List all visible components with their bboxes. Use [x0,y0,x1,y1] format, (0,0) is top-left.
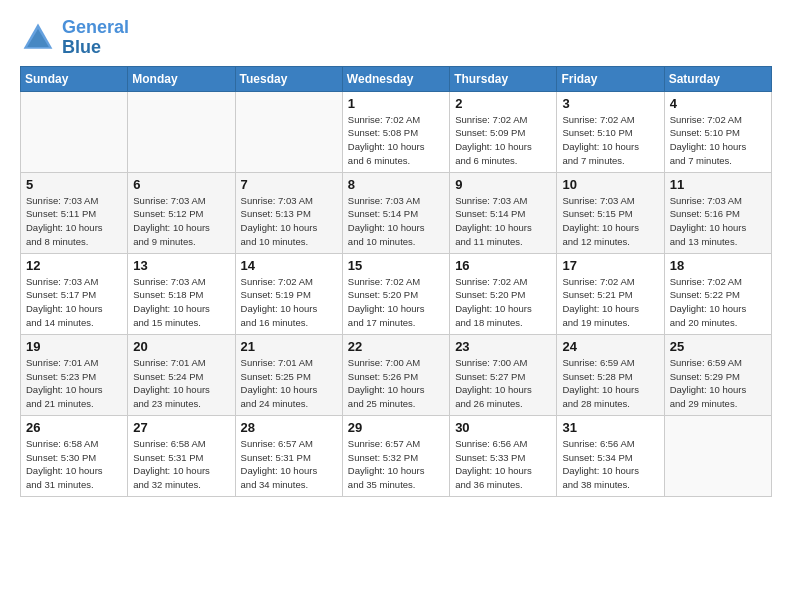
day-info: Sunrise: 7:03 AM Sunset: 5:14 PM Dayligh… [348,194,444,249]
day-cell: 25Sunrise: 6:59 AM Sunset: 5:29 PM Dayli… [664,334,771,415]
day-info: Sunrise: 7:02 AM Sunset: 5:19 PM Dayligh… [241,275,337,330]
day-info: Sunrise: 7:01 AM Sunset: 5:24 PM Dayligh… [133,356,229,411]
week-row-3: 12Sunrise: 7:03 AM Sunset: 5:17 PM Dayli… [21,253,772,334]
day-cell: 1Sunrise: 7:02 AM Sunset: 5:08 PM Daylig… [342,91,449,172]
header: General Blue [20,18,772,58]
day-cell: 28Sunrise: 6:57 AM Sunset: 5:31 PM Dayli… [235,415,342,496]
day-cell: 29Sunrise: 6:57 AM Sunset: 5:32 PM Dayli… [342,415,449,496]
day-info: Sunrise: 7:00 AM Sunset: 5:26 PM Dayligh… [348,356,444,411]
day-number: 7 [241,177,337,192]
day-info: Sunrise: 7:02 AM Sunset: 5:20 PM Dayligh… [455,275,551,330]
day-number: 3 [562,96,658,111]
logo: General Blue [20,18,129,58]
day-cell: 2Sunrise: 7:02 AM Sunset: 5:09 PM Daylig… [450,91,557,172]
day-number: 19 [26,339,122,354]
day-cell: 26Sunrise: 6:58 AM Sunset: 5:30 PM Dayli… [21,415,128,496]
day-info: Sunrise: 7:03 AM Sunset: 5:13 PM Dayligh… [241,194,337,249]
day-info: Sunrise: 7:02 AM Sunset: 5:10 PM Dayligh… [562,113,658,168]
day-info: Sunrise: 7:03 AM Sunset: 5:15 PM Dayligh… [562,194,658,249]
day-info: Sunrise: 7:03 AM Sunset: 5:16 PM Dayligh… [670,194,766,249]
day-number: 20 [133,339,229,354]
day-cell [21,91,128,172]
day-cell: 3Sunrise: 7:02 AM Sunset: 5:10 PM Daylig… [557,91,664,172]
page-container: General Blue SundayMondayTuesdayWednesda… [0,0,792,507]
day-cell [664,415,771,496]
day-cell: 31Sunrise: 6:56 AM Sunset: 5:34 PM Dayli… [557,415,664,496]
day-cell: 21Sunrise: 7:01 AM Sunset: 5:25 PM Dayli… [235,334,342,415]
day-info: Sunrise: 6:59 AM Sunset: 5:29 PM Dayligh… [670,356,766,411]
day-number: 14 [241,258,337,273]
day-cell: 14Sunrise: 7:02 AM Sunset: 5:19 PM Dayli… [235,253,342,334]
week-row-4: 19Sunrise: 7:01 AM Sunset: 5:23 PM Dayli… [21,334,772,415]
day-cell: 5Sunrise: 7:03 AM Sunset: 5:11 PM Daylig… [21,172,128,253]
day-cell: 22Sunrise: 7:00 AM Sunset: 5:26 PM Dayli… [342,334,449,415]
day-number: 9 [455,177,551,192]
day-cell: 12Sunrise: 7:03 AM Sunset: 5:17 PM Dayli… [21,253,128,334]
day-number: 4 [670,96,766,111]
day-number: 13 [133,258,229,273]
day-cell: 13Sunrise: 7:03 AM Sunset: 5:18 PM Dayli… [128,253,235,334]
day-number: 24 [562,339,658,354]
day-number: 5 [26,177,122,192]
day-info: Sunrise: 6:57 AM Sunset: 5:31 PM Dayligh… [241,437,337,492]
week-row-1: 1Sunrise: 7:02 AM Sunset: 5:08 PM Daylig… [21,91,772,172]
day-info: Sunrise: 7:03 AM Sunset: 5:18 PM Dayligh… [133,275,229,330]
weekday-header-thursday: Thursday [450,66,557,91]
weekday-header-saturday: Saturday [664,66,771,91]
day-cell: 16Sunrise: 7:02 AM Sunset: 5:20 PM Dayli… [450,253,557,334]
day-number: 10 [562,177,658,192]
day-info: Sunrise: 7:01 AM Sunset: 5:25 PM Dayligh… [241,356,337,411]
day-cell: 10Sunrise: 7:03 AM Sunset: 5:15 PM Dayli… [557,172,664,253]
day-info: Sunrise: 6:56 AM Sunset: 5:33 PM Dayligh… [455,437,551,492]
day-info: Sunrise: 6:58 AM Sunset: 5:31 PM Dayligh… [133,437,229,492]
day-cell: 4Sunrise: 7:02 AM Sunset: 5:10 PM Daylig… [664,91,771,172]
day-info: Sunrise: 7:02 AM Sunset: 5:08 PM Dayligh… [348,113,444,168]
day-cell: 23Sunrise: 7:00 AM Sunset: 5:27 PM Dayli… [450,334,557,415]
day-cell: 19Sunrise: 7:01 AM Sunset: 5:23 PM Dayli… [21,334,128,415]
day-info: Sunrise: 7:02 AM Sunset: 5:09 PM Dayligh… [455,113,551,168]
logo-icon [20,20,56,56]
day-info: Sunrise: 7:02 AM Sunset: 5:10 PM Dayligh… [670,113,766,168]
day-info: Sunrise: 7:03 AM Sunset: 5:12 PM Dayligh… [133,194,229,249]
day-number: 31 [562,420,658,435]
day-number: 15 [348,258,444,273]
day-number: 2 [455,96,551,111]
day-number: 28 [241,420,337,435]
day-cell: 7Sunrise: 7:03 AM Sunset: 5:13 PM Daylig… [235,172,342,253]
day-info: Sunrise: 7:00 AM Sunset: 5:27 PM Dayligh… [455,356,551,411]
day-cell: 9Sunrise: 7:03 AM Sunset: 5:14 PM Daylig… [450,172,557,253]
day-number: 29 [348,420,444,435]
day-number: 25 [670,339,766,354]
day-cell: 8Sunrise: 7:03 AM Sunset: 5:14 PM Daylig… [342,172,449,253]
day-info: Sunrise: 6:58 AM Sunset: 5:30 PM Dayligh… [26,437,122,492]
day-cell: 20Sunrise: 7:01 AM Sunset: 5:24 PM Dayli… [128,334,235,415]
day-info: Sunrise: 7:03 AM Sunset: 5:17 PM Dayligh… [26,275,122,330]
day-info: Sunrise: 7:02 AM Sunset: 5:20 PM Dayligh… [348,275,444,330]
day-cell [128,91,235,172]
weekday-header-friday: Friday [557,66,664,91]
day-number: 11 [670,177,766,192]
day-info: Sunrise: 7:01 AM Sunset: 5:23 PM Dayligh… [26,356,122,411]
day-number: 26 [26,420,122,435]
day-number: 17 [562,258,658,273]
day-number: 16 [455,258,551,273]
day-info: Sunrise: 7:03 AM Sunset: 5:11 PM Dayligh… [26,194,122,249]
day-info: Sunrise: 6:59 AM Sunset: 5:28 PM Dayligh… [562,356,658,411]
day-cell: 27Sunrise: 6:58 AM Sunset: 5:31 PM Dayli… [128,415,235,496]
day-info: Sunrise: 6:57 AM Sunset: 5:32 PM Dayligh… [348,437,444,492]
day-number: 22 [348,339,444,354]
day-number: 1 [348,96,444,111]
day-cell: 15Sunrise: 7:02 AM Sunset: 5:20 PM Dayli… [342,253,449,334]
weekday-header-tuesday: Tuesday [235,66,342,91]
day-cell: 11Sunrise: 7:03 AM Sunset: 5:16 PM Dayli… [664,172,771,253]
day-info: Sunrise: 7:03 AM Sunset: 5:14 PM Dayligh… [455,194,551,249]
calendar-table: SundayMondayTuesdayWednesdayThursdayFrid… [20,66,772,497]
day-cell [235,91,342,172]
day-number: 27 [133,420,229,435]
weekday-header-sunday: Sunday [21,66,128,91]
day-cell: 18Sunrise: 7:02 AM Sunset: 5:22 PM Dayli… [664,253,771,334]
weekday-header-wednesday: Wednesday [342,66,449,91]
logo-text: General Blue [62,18,129,58]
week-row-5: 26Sunrise: 6:58 AM Sunset: 5:30 PM Dayli… [21,415,772,496]
day-number: 21 [241,339,337,354]
